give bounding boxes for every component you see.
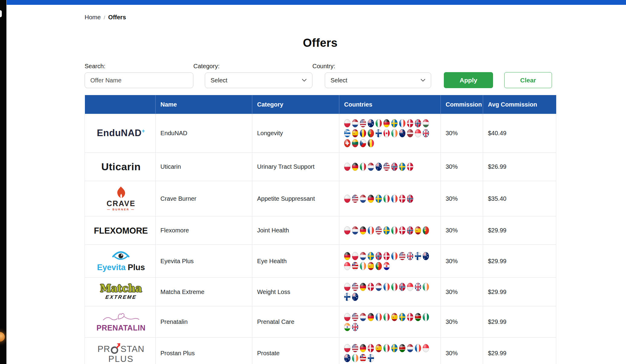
offer-commission-cell: 30%: [441, 153, 483, 181]
flag-it-icon: [360, 163, 366, 171]
flag-fr-icon: [368, 226, 374, 235]
apply-button[interactable]: Apply: [444, 72, 493, 88]
offer-countries-cell: [339, 306, 441, 338]
flag-hr-icon: [383, 262, 390, 270]
flag-pl-icon: [344, 226, 350, 235]
flag-de-icon: [344, 252, 350, 260]
flag-us-icon: [399, 252, 405, 260]
table-row[interactable]: UticarinUticarinUrinary Tract Support30%…: [85, 153, 556, 181]
flag-pl-icon: [344, 313, 350, 321]
country-flags: [344, 195, 432, 203]
flag-es-icon: [352, 129, 358, 137]
flag-us-icon: [376, 226, 382, 235]
flag-dk-icon: [407, 163, 413, 171]
offer-logo-cell[interactable]: EyevitaPlus: [85, 245, 156, 278]
table-row[interactable]: FLEXOMOREFlexomoreJoint Health30%$29.99: [85, 216, 556, 245]
offer-avg-commission-cell: $26.99: [483, 153, 556, 181]
plus-word: Plus: [128, 263, 145, 272]
offer-countries-cell: [339, 338, 441, 364]
prostan-pr: PR: [98, 345, 110, 353]
flag-au-icon: [352, 293, 358, 301]
category-select-value: Select: [211, 77, 227, 84]
offer-logo-cell[interactable]: MatchaEXTREME: [85, 278, 156, 306]
flag-pl-icon: [344, 119, 350, 127]
flag-my-icon: [360, 354, 366, 362]
offer-logo-uticarin[interactable]: Uticarin: [101, 161, 141, 173]
breadcrumb-home-link[interactable]: Home: [85, 14, 101, 21]
table-row[interactable]: PRENATALINPrenatalinPrenatal Care30%$29.…: [85, 306, 556, 338]
table-row[interactable]: CRAVE— BURNER —Crave BurnerAppetite Supp…: [85, 181, 556, 216]
flag-es-icon: [391, 313, 398, 321]
flag-it-icon: [391, 226, 398, 235]
offer-logo-prenatalin[interactable]: PRENATALIN: [96, 311, 145, 332]
category-filter-group: Category: Select: [193, 63, 312, 88]
country-select[interactable]: Select: [325, 72, 431, 88]
offer-logo-cell[interactable]: FLEXOMORE: [85, 216, 156, 245]
flag-gb-icon: [423, 129, 429, 137]
country-flags: [344, 344, 432, 362]
offer-avg-commission-cell: $29.99: [483, 216, 556, 245]
offers-table-header: NameCategoryCountriesCommissionAvg Commi…: [85, 95, 556, 114]
offer-logo-endunad[interactable]: EnduNAD+: [97, 128, 145, 139]
offer-logo-eyevita[interactable]: EyevitaPlus: [97, 250, 145, 272]
flag-nl-icon: [360, 252, 366, 260]
offer-category-cell: Joint Health: [252, 216, 339, 245]
flag-fr-icon: [391, 252, 398, 260]
flag-pt-icon: [376, 262, 382, 270]
offer-logo-crave[interactable]: CRAVE— BURNER —: [107, 186, 136, 211]
flag-nl-icon: [360, 313, 366, 321]
filters-bar: Search: Category: Select Country: Select…: [85, 63, 556, 88]
table-row[interactable]: EnduNAD+EnduNADLongevity30%$40.49: [85, 114, 556, 153]
heart-squiggle-icon: [102, 311, 141, 323]
country-select-value: Select: [331, 77, 347, 84]
offer-logo-flexomore[interactable]: FLEXOMORE: [92, 225, 150, 236]
flag-in-icon: [344, 323, 350, 331]
flag-nl-icon: [352, 119, 358, 127]
clear-button[interactable]: Clear: [504, 72, 552, 88]
eye-icon: [112, 250, 130, 262]
offer-logo-cell[interactable]: PRENATALIN: [85, 306, 156, 338]
country-label: Country:: [312, 63, 431, 70]
flag-nl-icon: [368, 163, 374, 171]
prostan-logo-line2: PLUS: [108, 355, 134, 363]
flag-us-icon: [383, 163, 390, 171]
table-row[interactable]: MatchaEXTREMEMatcha ExtremeWeight Loss30…: [85, 278, 556, 306]
offer-logo-cell[interactable]: PRSTANPLUS: [85, 338, 156, 364]
flag-se-icon: [391, 344, 398, 352]
category-select[interactable]: Select: [205, 72, 312, 88]
flag-es-icon: [415, 226, 421, 235]
flag-dk-icon: [399, 195, 405, 203]
endunad-plus-mark: +: [142, 128, 145, 134]
search-input[interactable]: [85, 72, 193, 88]
flag-pl-icon: [352, 252, 358, 260]
offer-logo-cell[interactable]: Uticarin: [85, 153, 156, 181]
flag-se-icon: [399, 163, 405, 171]
flag-es-icon: [376, 344, 382, 352]
table-row[interactable]: EyevitaPlusEyevita PlusEye Health30%$29.…: [85, 245, 556, 278]
offer-logo-prostan[interactable]: PRSTANPLUS: [98, 343, 145, 363]
flag-sg-icon: [344, 262, 350, 270]
flag-us-icon: [360, 119, 366, 127]
offer-logo-cell[interactable]: CRAVE— BURNER —: [85, 181, 156, 216]
flag-dk-icon: [407, 313, 413, 321]
flag-ie-icon: [352, 354, 358, 362]
offer-logo-matcha[interactable]: MatchaEXTREME: [100, 283, 142, 300]
prenatalin-logo-text: PRENATALIN: [96, 324, 145, 332]
chevron-down-icon: [421, 79, 425, 82]
country-flags: [344, 283, 432, 301]
col-header-commission: Commission: [441, 95, 483, 114]
flag-nl-icon: [352, 226, 358, 235]
flag-be-icon: [368, 139, 374, 147]
flag-no-icon: [407, 195, 413, 203]
breadcrumb-separator: /: [104, 15, 105, 21]
matcha-logo-text: Matcha: [100, 283, 142, 293]
table-row[interactable]: PRSTANPLUSProstan PlusProstate30%$29.99: [85, 338, 556, 364]
offer-logo-cell[interactable]: EnduNAD+: [85, 114, 156, 153]
male-symbol-icon: [110, 343, 121, 355]
breadcrumb: Home / Offers: [85, 14, 556, 21]
flag-ke-icon: [415, 313, 421, 321]
flag-au-icon: [423, 252, 429, 260]
flag-fr-icon: [383, 283, 390, 291]
flag-pl-icon: [344, 195, 350, 203]
flag-nl-icon: [376, 283, 382, 291]
